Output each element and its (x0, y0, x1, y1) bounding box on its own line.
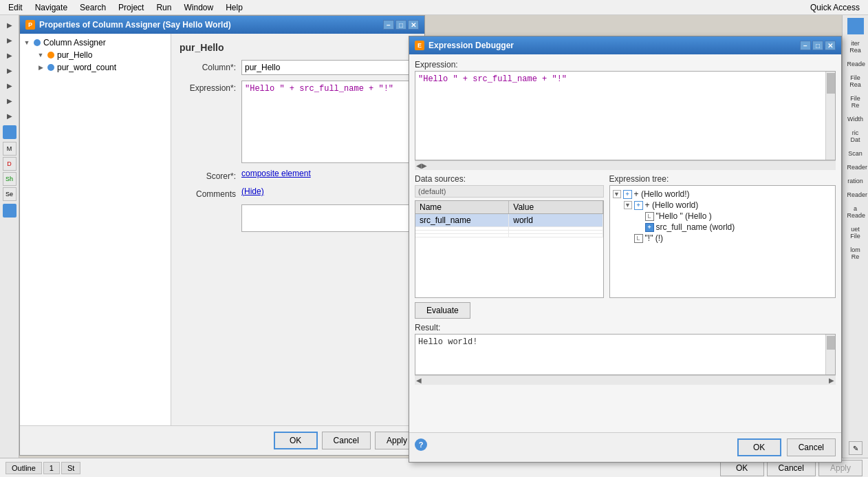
right-sidebar-item-5[interactable]: ric Dat (845, 127, 866, 146)
result-scrollbar-h[interactable]: ◀ ▶ (415, 375, 836, 385)
data-cell-name-0: src_full_name (415, 214, 509, 226)
col-header-value: Value (509, 201, 603, 213)
right-sidebar-item-6[interactable]: Scan (845, 147, 866, 160)
expression-input[interactable]: "Hello " + src_full_name + "!" (241, 81, 416, 163)
dialog-maximize-btn[interactable]: □ (812, 41, 823, 50)
menu-search[interactable]: Search (74, 1, 111, 14)
data-row-3[interactable] (415, 234, 603, 237)
ok-button[interactable]: OK (274, 432, 318, 449)
sidebar-icon-tool2[interactable]: M (3, 142, 17, 156)
cancel-button[interactable]: Cancel (322, 432, 371, 449)
result-scroll-right-icon[interactable]: ▶ (829, 377, 834, 384)
right-sidebar-item-0[interactable]: iter Rea (845, 37, 866, 56)
tree-node-0[interactable]: ▼ + + (Hello world!) (613, 189, 832, 200)
tree-panel: ▼ Column Assigner ▼ pur_Hello ▶ pur_word… (20, 34, 171, 425)
properties-close-btn[interactable]: ✕ (408, 20, 419, 30)
sidebar-icon-4[interactable]: ▶ (3, 63, 17, 77)
tree-icon-2: L (645, 212, 654, 221)
tree-container: ▼ + + (Hello world!) ▼ + + (Hello world) (609, 185, 836, 298)
bottom-tab-outline[interactable]: Outline (6, 462, 42, 474)
sidebar-icon-5[interactable]: ▶ (3, 78, 17, 92)
sidebar-icon-tool3[interactable]: D (3, 157, 17, 171)
datasource-default: (default) (415, 185, 604, 198)
dialog-minimize-btn[interactable]: − (800, 41, 811, 50)
result-scrollbar-thumb[interactable] (827, 336, 835, 350)
tree-node-2[interactable]: L "Hello " (Hello ) (613, 211, 832, 222)
properties-titlebar: P Properties of Column Assigner (Say Hel… (20, 16, 424, 34)
tree-node-1[interactable]: ▼ + + (Hello world) (613, 200, 832, 211)
scroll-left-icon[interactable]: ◀ (416, 162, 422, 169)
evaluate-button[interactable]: Evaluate (415, 302, 470, 319)
scrollbar-thumb-v[interactable] (827, 73, 835, 94)
result-scroll-left-icon[interactable]: ◀ (416, 377, 422, 384)
right-sidebar-item-9[interactable]: Reader (845, 189, 866, 201)
expression-scrollbar-v[interactable] (825, 72, 835, 160)
dialog-ok-button[interactable]: OK (737, 438, 781, 456)
sidebar-icon-6[interactable]: ▶ (3, 94, 17, 107)
tree-expand-0[interactable]: ▼ (613, 190, 621, 198)
scorer-row: Scorer*: composite element (180, 169, 416, 181)
menu-run[interactable]: Run (151, 1, 177, 14)
menu-help[interactable]: Help (220, 1, 248, 14)
data-cell-value-3 (509, 234, 603, 237)
properties-maximize-btn[interactable]: □ (395, 20, 406, 30)
tree-expand-1[interactable]: ▼ (624, 201, 632, 209)
tree-node-text-0: + (Hello world!) (634, 189, 690, 199)
properties-inner: ▼ Column Assigner ▼ pur_Hello ▶ pur_word… (20, 34, 424, 425)
tree-arrow-root[interactable]: ▼ (23, 39, 31, 47)
tree-node-3[interactable]: + src_full_name (world) (613, 222, 832, 233)
right-sidebar-item-12[interactable]: lom Re (845, 244, 866, 263)
middle-section: Data sources: (default) Name Value src_f… (415, 174, 836, 298)
result-label: Result: (415, 323, 836, 332)
menu-project[interactable]: Project (113, 1, 149, 14)
tree-item-pur-word-count[interactable]: ▶ pur_word_count (23, 61, 168, 74)
sidebar-icon-7[interactable]: ▶ (3, 109, 17, 123)
dialog-close-btn[interactable]: ✕ (825, 41, 836, 50)
column-input[interactable] (241, 60, 416, 75)
scorer-link[interactable]: composite element (241, 169, 311, 178)
expression-scrollbar-h[interactable]: ◀ ▶ (415, 160, 836, 170)
help-icon[interactable]: ? (415, 438, 427, 451)
tree-item-root[interactable]: ▼ Column Assigner (23, 36, 168, 49)
dialog-cancel-button[interactable]: Cancel (787, 438, 836, 456)
menu-navigate[interactable]: Navigate (30, 1, 73, 14)
properties-minimize-btn[interactable]: − (383, 20, 394, 30)
right-sidebar-item-10[interactable]: a Reade (845, 202, 866, 222)
sidebar-icon-tool4[interactable]: Sh (3, 172, 17, 186)
right-sidebar-item-4[interactable]: Width (845, 113, 866, 125)
sidebar-icon-3[interactable]: ▶ (3, 48, 17, 62)
menu-window[interactable]: Window (178, 1, 219, 14)
right-sidebar-item-8[interactable]: ration (845, 175, 866, 187)
bottom-tab-1[interactable]: 1 (43, 462, 60, 474)
result-scrollbar-v[interactable] (825, 335, 835, 374)
column-label: Column*: (180, 60, 241, 72)
tree-item-pur-hello[interactable]: ▼ pur_Hello (23, 49, 168, 61)
form-heading: pur_Hello (180, 42, 416, 53)
sidebar-icon-tool5[interactable]: Se (3, 187, 17, 201)
properties-title-buttons: − □ ✕ (383, 20, 419, 30)
sidebar-icon-tool1[interactable] (3, 125, 17, 139)
right-sidebar-item-2[interactable]: File Rea (845, 72, 866, 91)
comments-hide[interactable]: (Hide) (241, 187, 264, 196)
right-sidebar-item-1[interactable]: Reade (845, 58, 866, 70)
sidebar-icon-1[interactable]: ▶ (3, 18, 17, 32)
menu-edit[interactable]: Edit (3, 1, 28, 14)
data-row-0[interactable]: src_full_name world (415, 214, 603, 227)
right-sidebar-item-7[interactable]: Reader (845, 161, 866, 173)
data-cell-value-0: world (509, 214, 603, 226)
right-sidebar-item-3[interactable]: File Re (845, 92, 866, 112)
bottom-tab-st[interactable]: St (61, 462, 80, 474)
right-sidebar-bottom-icon: ✎ (849, 441, 862, 458)
right-sidebar-item-11[interactable]: uet File (845, 223, 866, 242)
tree-node-4[interactable]: L "!" (!) (613, 233, 832, 244)
right-sidebar-pencil-icon[interactable]: ✎ (849, 441, 862, 455)
props-buttons: OK Cancel Apply (20, 425, 424, 455)
tree-arrow-pur-hello[interactable]: ▼ (36, 51, 45, 59)
sidebar-icon-tool6[interactable] (3, 204, 17, 218)
quick-access[interactable]: Quick Access (805, 1, 865, 14)
right-sidebar-icon-top[interactable] (847, 18, 864, 34)
sidebar-icon-2[interactable]: ▶ (3, 33, 17, 47)
comments-textarea[interactable] (241, 204, 416, 232)
scroll-right-icon[interactable]: ▶ (422, 162, 427, 169)
tree-arrow-pur-word-count[interactable]: ▶ (36, 63, 45, 72)
